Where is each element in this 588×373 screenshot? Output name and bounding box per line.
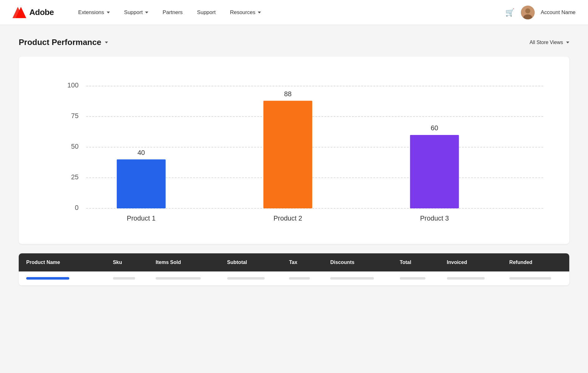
bar-chart: 100 75 50 25 0 40 Product 1 88 Product 2… (31, 69, 551, 231)
avatar[interactable] (521, 6, 535, 19)
store-views-dropdown[interactable]: All Store Views (530, 40, 569, 45)
loading-bar (400, 277, 425, 280)
svg-text:100: 100 (67, 82, 79, 89)
loading-bar (113, 277, 135, 280)
logo-text: Adobe (29, 7, 54, 17)
svg-point-3 (525, 8, 530, 13)
bar-product2 (263, 101, 312, 208)
svg-text:75: 75 (71, 112, 79, 120)
svg-text:Product 2: Product 2 (273, 215, 302, 222)
loading-bar (509, 277, 551, 280)
col-product-name: Product Name (19, 253, 105, 271)
chart-container: 100 75 50 25 0 40 Product 1 88 Product 2… (31, 69, 551, 231)
nav-item-extensions[interactable]: Extensions (72, 7, 115, 18)
svg-text:25: 25 (71, 173, 79, 181)
chevron-down-icon (105, 42, 108, 43)
col-subtotal: Subtotal (220, 253, 282, 271)
avatar-image (521, 6, 535, 19)
table-header-row: Product Name Sku Items Sold Subtotal Tax (19, 253, 569, 271)
cart-icon[interactable]: 🛒 (505, 8, 515, 17)
page-header: Product Performance All Store Views (19, 37, 569, 47)
main-content: Product Performance All Store Views 100 … (0, 25, 588, 298)
adobe-logo-icon (12, 7, 26, 18)
loading-bar (156, 277, 201, 280)
navbar: Adobe Extensions Support Partners Suppor… (0, 0, 588, 25)
nav-item-resources[interactable]: Resources (224, 7, 267, 18)
nav-items: Extensions Support Partners Support Reso… (72, 7, 505, 18)
svg-text:Product 3: Product 3 (420, 215, 449, 222)
col-items-sold: Items Sold (148, 253, 220, 271)
svg-text:40: 40 (137, 149, 145, 157)
loading-bar (330, 277, 374, 280)
chevron-down-icon (566, 42, 569, 43)
chevron-down-icon (145, 12, 148, 13)
col-total: Total (392, 253, 439, 271)
chart-card: 100 75 50 25 0 40 Product 1 88 Product 2… (19, 57, 569, 244)
nav-item-support1[interactable]: Support (119, 7, 154, 18)
nav-item-partners[interactable]: Partners (157, 7, 188, 18)
chevron-down-icon (258, 12, 261, 13)
table-row (19, 271, 569, 286)
loading-bar (26, 277, 69, 280)
svg-text:88: 88 (284, 90, 292, 98)
table-card: Product Name Sku Items Sold Subtotal Tax (19, 253, 569, 286)
svg-text:50: 50 (71, 143, 79, 150)
col-discounts: Discounts (323, 253, 392, 271)
col-sku: Sku (105, 253, 148, 271)
bar-product1 (117, 159, 166, 208)
data-table: Product Name Sku Items Sold Subtotal Tax (19, 253, 569, 286)
chevron-down-icon (107, 12, 110, 13)
bar-product3 (410, 135, 459, 208)
loading-bar (289, 277, 310, 280)
col-refunded: Refunded (502, 253, 569, 271)
col-invoiced: Invoiced (439, 253, 502, 271)
navbar-right: 🛒 Account Name (505, 6, 576, 19)
svg-text:0: 0 (75, 204, 79, 211)
loading-bar (227, 277, 265, 280)
page-title[interactable]: Product Performance (19, 37, 108, 47)
svg-text:60: 60 (431, 124, 438, 132)
svg-text:Product 1: Product 1 (127, 215, 155, 222)
loading-bar (447, 277, 485, 280)
nav-item-support2[interactable]: Support (191, 7, 221, 18)
col-tax: Tax (282, 253, 323, 271)
account-name[interactable]: Account Name (541, 9, 576, 16)
logo[interactable]: Adobe (12, 7, 54, 18)
